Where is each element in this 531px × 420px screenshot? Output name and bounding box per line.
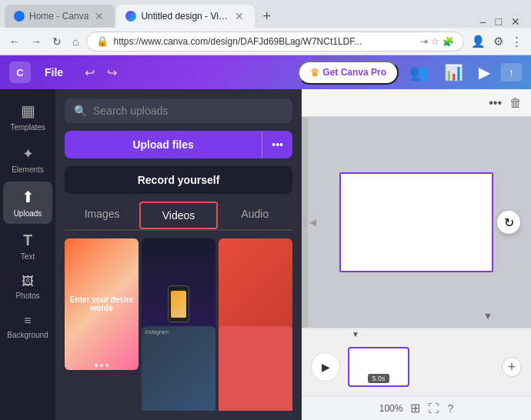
rotate-button[interactable]: ↻ [497, 211, 520, 234]
extensions-icon[interactable]: 🧩 [442, 36, 454, 47]
canvas-scroll-left[interactable]: ◀ [309, 217, 316, 228]
uploads-icon: ⬆ [22, 188, 35, 206]
timeline-clip[interactable]: 5.0s [348, 347, 409, 387]
tab-images[interactable]: Images [65, 202, 139, 229]
photos-label: Photos [15, 292, 39, 300]
back-button[interactable]: ← [6, 34, 23, 49]
timeline-add-button[interactable]: + [502, 357, 522, 377]
home-tab-close[interactable]: ✕ [93, 10, 105, 22]
window-minimize[interactable]: – [480, 15, 486, 28]
sidebar-item-text[interactable]: T Text [3, 225, 52, 267]
fullscreen-button[interactable]: ⛶ [428, 402, 439, 415]
panel-resize-handle[interactable]: ⋮ [302, 117, 308, 328]
tab-audio[interactable]: Audio [218, 202, 292, 229]
sidebar-item-templates[interactable]: ▦ Templates [3, 95, 52, 138]
share-icon: ↑ [509, 66, 514, 78]
app-bar: C File ↩ ↪ ♛ Get Canva Pro 👥 📊 ▶ ↑ [0, 55, 531, 89]
cast-icon[interactable]: ⇥ [420, 36, 428, 47]
tab-videos[interactable]: Videos [139, 202, 217, 229]
bookmark-icon[interactable]: ☆ [431, 36, 439, 47]
get-pro-label: Get Canva Pro [322, 67, 386, 78]
upload-more-button[interactable]: ••• [262, 131, 292, 158]
window-close[interactable]: ✕ [511, 15, 520, 28]
search-icon: 🔍 [74, 105, 87, 117]
canva-logo: C [16, 67, 23, 78]
timeline-play-icon: ▶ [322, 361, 330, 373]
extensions-bar-icon[interactable]: ⚙ [491, 33, 506, 50]
home-favicon [14, 11, 25, 22]
playhead-indicator: ▼ [352, 330, 359, 338]
file-menu[interactable]: File [37, 63, 71, 82]
text-label: Text [21, 252, 35, 261]
elements-label: Elements [12, 165, 44, 174]
photos-icon: 🖼 [22, 275, 34, 288]
redo-button[interactable]: ↪ [102, 64, 122, 82]
video-thumb-5[interactable] [219, 326, 292, 411]
new-tab-button[interactable]: + [256, 8, 277, 25]
sidebar: ▦ Templates ✦ Elements ⬆ Uploads T Text … [0, 89, 55, 420]
window-maximize[interactable]: □ [496, 15, 502, 28]
home-button[interactable]: ⌂ [69, 34, 82, 49]
home-tab-label: Home - Canva [29, 11, 88, 22]
tab-design[interactable]: Untitled design - Video ✕ [116, 5, 255, 28]
canvas-workspace: ⋮ ↻ ◀ ▼ [302, 117, 531, 328]
undo-button[interactable]: ↩ [80, 64, 99, 82]
text-icon: T [23, 232, 32, 249]
search-input[interactable] [93, 105, 283, 117]
templates-icon: ▦ [21, 102, 35, 120]
crown-icon: ♛ [310, 67, 319, 78]
browser-menu-icon[interactable]: ⋮ [509, 33, 525, 50]
canvas-more-button[interactable]: ••• [489, 96, 502, 110]
upload-files-button[interactable]: Upload files [65, 131, 262, 158]
design-tab-close[interactable]: ✕ [233, 10, 245, 22]
elements-icon: ✦ [22, 145, 34, 162]
video-thumb-4[interactable]: Instagram [142, 326, 215, 411]
media-tabs: Images Videos Audio [65, 202, 292, 231]
timeline-play-button[interactable]: ▶ [311, 352, 340, 382]
upload-panel: 🔍 Upload files ••• Record yourself Image… [55, 89, 302, 420]
record-yourself-button[interactable]: Record yourself [65, 166, 292, 194]
grid-view-button[interactable]: ⊞ [410, 401, 420, 415]
upload-more-icon: ••• [272, 138, 283, 151]
get-pro-button[interactable]: ♛ Get Canva Pro [298, 61, 399, 85]
tab-home[interactable]: Home - Canva ✕ [5, 5, 115, 28]
sidebar-item-elements[interactable]: ✦ Elements [3, 139, 52, 180]
timeline: ▼ ▶ 5.0s + [302, 328, 531, 395]
canvas-scroll-down[interactable]: ▼ [483, 311, 493, 322]
timeline-add-icon: + [508, 359, 516, 375]
people-icon[interactable]: 👥 [405, 62, 433, 83]
canvas-footer: 100% ⊞ ⛶ ? [302, 395, 531, 420]
video-thumb-1[interactable]: Enter your desirewords [65, 238, 139, 370]
rotate-icon: ↻ [504, 215, 514, 230]
canva-home-button[interactable]: C [9, 62, 31, 83]
canvas-area: ••• 🗑 ⋮ ↻ ◀ ▼ ▼ [302, 89, 531, 420]
refresh-button[interactable]: ↻ [49, 34, 65, 49]
canvas-trash-button[interactable]: 🗑 [509, 96, 522, 110]
background-icon: ≡ [24, 314, 31, 328]
forward-button[interactable]: → [28, 34, 45, 49]
clip-duration: 5.0s [368, 374, 389, 383]
play-button[interactable]: ▶ [474, 62, 495, 83]
background-label: Background [7, 331, 48, 339]
canva-favicon [125, 11, 136, 22]
sidebar-item-uploads[interactable]: ⬆ Uploads [3, 182, 52, 224]
design-tab-label: Untitled design - Video [141, 11, 229, 22]
address-bar-input[interactable]: 🔒 https://www.canva.com/design/DAFJd69BL… [86, 32, 464, 52]
sidebar-item-background[interactable]: ≡ Background [3, 308, 52, 345]
present-stats-icon[interactable]: 📊 [439, 62, 468, 83]
upload-button-row: Upload files ••• [65, 131, 292, 158]
sidebar-item-photos[interactable]: 🖼 Photos [3, 268, 52, 306]
search-box[interactable]: 🔍 [65, 98, 292, 123]
templates-label: Templates [10, 123, 45, 132]
profile-icon[interactable]: 👤 [469, 33, 488, 50]
help-button[interactable]: ? [447, 402, 453, 415]
uploads-label: Uploads [14, 209, 42, 218]
canvas-frame [339, 172, 493, 272]
zoom-value: 100% [379, 403, 403, 414]
share-button[interactable]: ↑ [501, 63, 522, 82]
address-text: https://www.canva.com/design/DAFJd69BLag… [113, 36, 362, 47]
